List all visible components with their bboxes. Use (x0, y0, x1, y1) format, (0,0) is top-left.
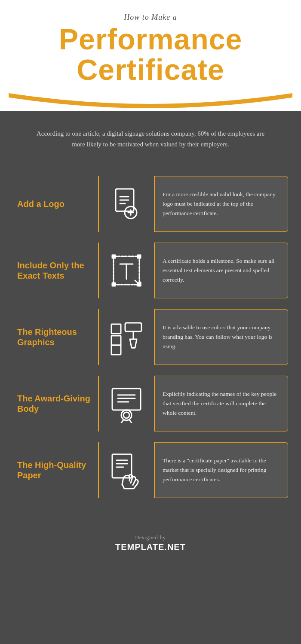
item-icon-2 (99, 243, 155, 298)
footer-brand-light: .NET (164, 542, 186, 552)
item-label-text-3: The Righteous Graphics (17, 327, 92, 347)
header-title: Performance Certificate (9, 24, 292, 85)
svg-rect-30 (112, 454, 132, 478)
svg-line-28 (121, 420, 123, 423)
svg-rect-12 (112, 283, 115, 286)
items-container: Add a Logo For a more credible and valid… (0, 172, 301, 522)
item-row-4: The Award-Giving Body Explicitly indicat… (13, 376, 288, 431)
svg-rect-18 (125, 323, 141, 331)
item-label-text-4: The Award-Giving Body (17, 393, 92, 414)
item-desc-3: It is advisable to use colors that your … (155, 309, 288, 365)
footer-brand: TEMPLATE.NET (9, 542, 292, 552)
footer-designed-by: Designed by (9, 535, 292, 541)
svg-line-34 (122, 478, 123, 484)
item-desc-5: There is a "certificate paper" available… (155, 442, 288, 498)
item-label-text-1: Add a Logo (17, 199, 64, 209)
header-curve (9, 85, 292, 111)
svg-rect-22 (112, 389, 141, 410)
item-desc-text-3: It is advisable to use colors that your … (163, 323, 280, 351)
item-desc-text-4: Explicitly indicating the names of the k… (163, 389, 280, 417)
item-desc-4: Explicitly indicating the names of the k… (155, 376, 288, 431)
item-label-text-5: The High-Quality Paper (17, 460, 92, 480)
header: How to Make a Performance Certificate (0, 0, 301, 111)
item-label-text-2: Include Only the Exact Texts (17, 260, 92, 281)
item-row-5: The High-Quality Paper There is a "certi… (13, 442, 288, 498)
item-icon-1 (99, 176, 155, 232)
intro-text: According to one article, a digital sign… (34, 128, 267, 150)
item-desc-text-5: There is a "certificate paper" available… (163, 456, 280, 484)
item-row-2: Include Only the Exact Texts A certi (13, 243, 288, 298)
item-label-4: The Award-Giving Body (13, 376, 99, 431)
item-desc-text-2: A certificate holds a milestone. So make… (163, 256, 280, 284)
item-icon-3 (99, 309, 155, 365)
svg-rect-15 (111, 324, 121, 334)
svg-rect-10 (112, 255, 115, 258)
item-label-3: The Righteous Graphics (13, 309, 99, 365)
svg-marker-20 (130, 339, 137, 348)
item-desc-text-1: For a more credible and valid look, the … (163, 190, 280, 218)
svg-rect-11 (138, 255, 141, 258)
item-label-2: Include Only the Exact Texts (13, 243, 99, 298)
item-desc-2: A certificate holds a milestone. So make… (155, 243, 288, 298)
item-label-1: Add a Logo (13, 176, 99, 232)
item-desc-1: For a more credible and valid look, the … (155, 176, 288, 232)
svg-line-29 (129, 420, 132, 423)
svg-rect-16 (111, 336, 121, 345)
item-icon-4 (99, 376, 155, 431)
svg-point-27 (123, 412, 129, 418)
item-row-1: Add a Logo For a more credible and valid… (13, 176, 288, 232)
footer: Designed by TEMPLATE.NET (0, 522, 301, 565)
footer-brand-bold: TEMPLATE (115, 542, 164, 552)
svg-rect-17 (111, 345, 121, 355)
item-row-3: The Righteous Graphics It is advisable t… (13, 309, 288, 365)
intro-section: According to one article, a digital sign… (0, 111, 301, 172)
item-label-5: The High-Quality Paper (13, 442, 99, 498)
header-subtitle: How to Make a (9, 13, 292, 22)
item-icon-5 (99, 442, 155, 498)
